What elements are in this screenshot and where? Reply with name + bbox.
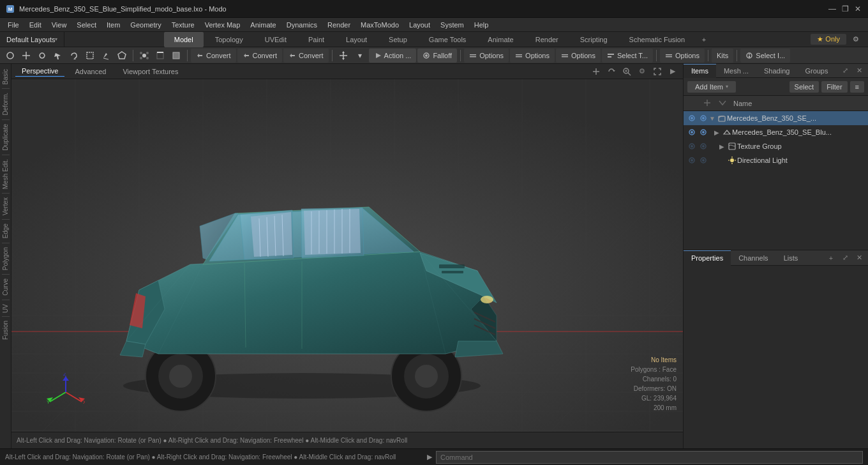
item-vis-light[interactable]	[686, 155, 698, 166]
item-vis2-root[interactable]	[698, 112, 709, 124]
tab-render[interactable]: Render	[525, 32, 569, 47]
sidebar-basic[interactable]: Basic	[1, 66, 10, 87]
items-filter-button[interactable]: Filter	[821, 81, 847, 93]
command-input[interactable]	[436, 451, 863, 464]
sidebar-mesh-edit[interactable]: Mesh Edit.	[1, 156, 10, 192]
prop-panel-expand[interactable]: ⤢	[839, 252, 851, 264]
tab-topology[interactable]: Topology	[205, 32, 253, 47]
action-button[interactable]: Action ...	[369, 49, 417, 63]
prop-panel-close[interactable]: ✕	[853, 252, 865, 264]
tool-move[interactable]	[336, 48, 351, 63]
sidebar-curve[interactable]: Curve	[1, 276, 10, 298]
item-vis2-texture[interactable]	[698, 141, 709, 152]
tool-edge-mode[interactable]	[153, 48, 168, 63]
menu-select[interactable]: Select	[71, 20, 101, 30]
tab-layout[interactable]: Layout	[336, 32, 377, 47]
item-row-texture[interactable]: ▶ Texture Group	[684, 139, 868, 153]
viewport-ctrl-zoom[interactable]	[620, 65, 633, 78]
viewport-ctrl-expand[interactable]: ▶	[666, 65, 679, 78]
menu-vertex-map[interactable]: Vertex Map	[200, 20, 246, 30]
tool-vertex-mode[interactable]	[137, 48, 152, 63]
items-more-button[interactable]: ≡	[850, 81, 864, 93]
viewport-ctrl-crosshair[interactable]	[590, 65, 602, 78]
viewport-ctrl-rotate[interactable]	[605, 65, 618, 78]
titlebar-controls[interactable]: — ❐ ✕	[827, 4, 863, 14]
menu-dynamics[interactable]: Dynamics	[281, 20, 322, 30]
items-select-button[interactable]: Select	[789, 81, 819, 93]
tool-dropdown-1[interactable]: ▾	[352, 48, 368, 63]
minimize-button[interactable]: —	[827, 4, 837, 14]
viewport-ctrl-settings[interactable]: ⚙	[636, 65, 648, 78]
close-button[interactable]: ✕	[853, 4, 863, 14]
item-expand-mesh[interactable]: ▶	[714, 129, 722, 136]
tab-game-tools[interactable]: Game Tools	[419, 32, 477, 47]
menu-layout[interactable]: Layout	[404, 20, 435, 30]
tab-schematic-fusion[interactable]: Schematic Fusion	[619, 32, 695, 47]
viewport-ctrl-maximize[interactable]	[651, 65, 664, 78]
convert-button-2[interactable]: Convert	[237, 49, 283, 63]
prop-tab-lists[interactable]: Lists	[776, 250, 806, 266]
tab-scripting[interactable]: Scripting	[570, 32, 618, 47]
item-vis-texture[interactable]	[686, 141, 698, 152]
prop-tab-channels[interactable]: Channels	[731, 250, 775, 266]
kits-button[interactable]: Kits	[712, 49, 733, 63]
tool-select-circle[interactable]	[3, 48, 18, 63]
add-item-button[interactable]: Add Item ▾	[687, 81, 736, 93]
items-tab-groups[interactable]: Groups	[797, 64, 835, 78]
tool-polygon[interactable]	[114, 48, 130, 63]
convert-button-1[interactable]: Convert	[191, 49, 236, 63]
items-tab-mesh[interactable]: Mesh ...	[716, 64, 756, 78]
select-i-button[interactable]: Select I...	[740, 49, 790, 63]
sidebar-uv[interactable]: UV	[1, 301, 10, 316]
items-tab-items[interactable]: Items	[684, 64, 716, 78]
menu-view[interactable]: View	[47, 20, 72, 30]
tool-crosshair[interactable]	[19, 48, 34, 63]
items-panel-expand[interactable]: ⤢	[839, 65, 851, 77]
item-row-root[interactable]: ▼ Mercedes_Benz_350_SE_...	[684, 111, 868, 125]
falloff-button[interactable]: Falloff	[417, 49, 457, 63]
menu-texture[interactable]: Texture	[167, 20, 200, 30]
prop-tab-properties[interactable]: Properties	[684, 250, 731, 266]
tab-paint[interactable]: Paint	[298, 32, 334, 47]
select-t-button[interactable]: Select T...	[602, 49, 653, 63]
tool-rotate[interactable]	[66, 48, 82, 63]
add-tab-button[interactable]: +	[696, 32, 712, 47]
tab-uvedit[interactable]: UVEdit	[255, 32, 297, 47]
menu-geometry[interactable]: Geometry	[125, 20, 166, 30]
sidebar-deform[interactable]: Deform.	[1, 90, 10, 118]
item-expand-texture[interactable]: ▶	[719, 143, 727, 150]
item-expand-root[interactable]: ▼	[709, 115, 717, 122]
options-button-3[interactable]: Options	[556, 49, 601, 63]
only-button[interactable]: ★ Only	[811, 34, 846, 45]
menu-item[interactable]: Item	[101, 20, 125, 30]
item-row-light[interactable]: Directional Light	[684, 153, 868, 167]
sidebar-polygon[interactable]: Polygon	[1, 245, 10, 273]
items-panel-close[interactable]: ✕	[853, 65, 865, 77]
tab-setup[interactable]: Setup	[378, 32, 417, 47]
viewport-3d[interactable]: X Y Z No Items Polygons : Face Channels:…	[11, 79, 683, 432]
viewport-tab-perspective[interactable]: Perspective	[15, 66, 64, 77]
menu-file[interactable]: File	[3, 20, 24, 30]
maximize-button[interactable]: ❐	[840, 4, 850, 14]
item-vis2-mesh[interactable]	[698, 126, 709, 138]
tool-lasso[interactable]	[34, 48, 50, 63]
menu-maxtomodo[interactable]: MaxToModo	[355, 20, 404, 30]
sidebar-duplicate[interactable]: Duplicate	[1, 121, 10, 153]
menu-system[interactable]: System	[435, 20, 469, 30]
tab-animate[interactable]: Animate	[477, 32, 523, 47]
tool-pen[interactable]	[98, 48, 114, 63]
menu-edit[interactable]: Edit	[24, 20, 47, 30]
default-layouts-button[interactable]: Default Layouts ▾	[0, 32, 64, 47]
item-vis-root[interactable]	[686, 112, 698, 124]
menu-render[interactable]: Render	[322, 20, 355, 30]
options-button-1[interactable]: Options	[464, 49, 509, 63]
options-button-4[interactable]: Options	[660, 49, 705, 63]
viewport-tab-textures[interactable]: Viewport Textures	[116, 66, 184, 77]
items-tab-shading[interactable]: Shading	[756, 64, 797, 78]
menu-animate[interactable]: Animate	[245, 20, 281, 30]
options-button-2[interactable]: Options	[510, 49, 555, 63]
item-row-mesh[interactable]: ▶ Mercedes_Benz_350_SE_Blu...	[684, 125, 868, 139]
sidebar-vertex[interactable]: Vertex	[1, 195, 10, 218]
tab-model[interactable]: Model	[164, 32, 204, 47]
item-vis-mesh[interactable]	[686, 126, 698, 138]
